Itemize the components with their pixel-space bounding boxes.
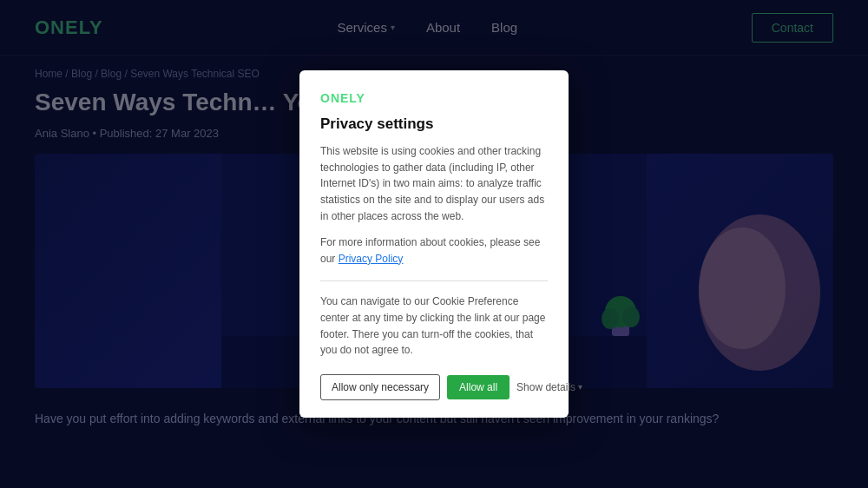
allow-all-button[interactable]: Allow all — [447, 375, 510, 399]
modal-actions: Allow only necessary Allow all Show deta… — [320, 374, 548, 400]
modal-title: Privacy settings — [320, 115, 548, 133]
modal-policy-line: For more information about cookies, plea… — [320, 234, 548, 267]
modal-divider — [320, 280, 548, 281]
allow-necessary-button[interactable]: Allow only necessary — [320, 374, 440, 400]
modal-logo-area: ONELY — [320, 91, 548, 105]
show-details-label: Show details — [516, 381, 575, 393]
privacy-modal: ONELY Privacy settings This website is u… — [299, 70, 569, 418]
modal-notice-text: You can navigate to our Cookie Preferenc… — [320, 293, 548, 358]
chevron-down-icon: ▾ — [578, 382, 582, 392]
privacy-policy-link[interactable]: Privacy Policy — [339, 253, 404, 265]
show-details-toggle[interactable]: Show details ▾ — [516, 381, 582, 393]
modal-overlay: ONELY Privacy settings This website is u… — [0, 0, 868, 488]
modal-logo: ONELY — [320, 91, 365, 105]
modal-body-text: This website is using cookies and other … — [320, 143, 548, 224]
